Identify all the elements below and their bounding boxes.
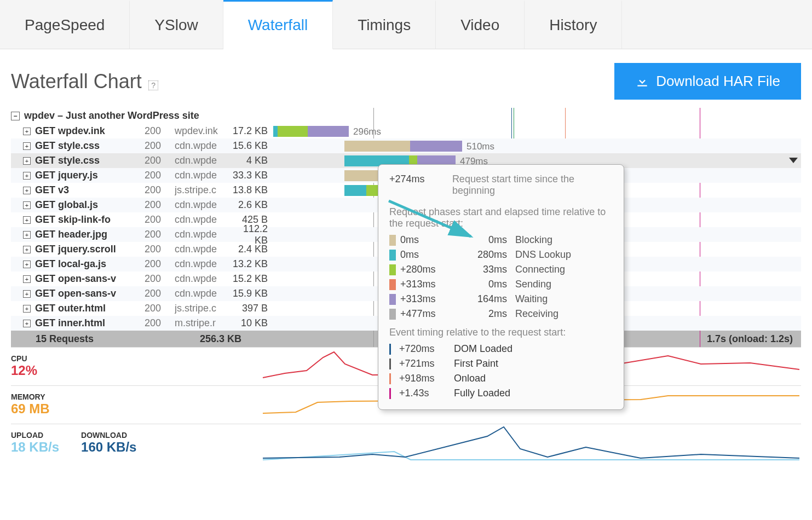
size: 17.2 KB	[232, 125, 273, 137]
expand-icon[interactable]: +	[23, 142, 31, 150]
tab-video[interactable]: Video	[436, 0, 525, 49]
phase-start: +280ms	[400, 264, 455, 275]
expand-icon[interactable]: +	[23, 201, 31, 209]
expand-icon[interactable]: +	[23, 187, 31, 194]
expand-icon[interactable]: +	[23, 216, 31, 224]
status-code: 200	[145, 273, 175, 285]
status-code: 200	[145, 199, 175, 211]
phase-swatch	[389, 294, 396, 305]
expand-icon[interactable]: +	[23, 261, 31, 268]
event-row: +720msDOM Loaded	[389, 342, 613, 356]
domain: cdn.wpde	[175, 170, 232, 181]
event-time: +1.43s	[399, 388, 454, 399]
domain: cdn.wpde	[175, 258, 232, 270]
phase-row: +280ms33msConnecting	[389, 262, 613, 277]
request-name: GET style.css	[35, 140, 145, 152]
status-code: 200	[145, 258, 175, 270]
page-title: Waterfall Chart	[11, 70, 142, 93]
request-name: GET style.css	[35, 155, 145, 166]
expand-icon[interactable]: +	[23, 305, 31, 313]
domain: cdn.wpde	[175, 140, 232, 152]
size: 13.2 KB	[232, 258, 273, 270]
expand-icon[interactable]: +	[23, 231, 31, 239]
event-time: +918ms	[399, 373, 454, 384]
phase-elapsed: 164ms	[455, 293, 515, 305]
phase-elapsed: 33ms	[455, 264, 515, 275]
domain: cdn.wpde	[175, 229, 232, 240]
status-code: 200	[145, 140, 175, 152]
domain: cdn.wpde	[175, 288, 232, 299]
request-name: GET local-ga.js	[35, 258, 145, 270]
request-name: GET open-sans-v	[35, 288, 145, 299]
summary-count: 15 Requests	[36, 333, 200, 345]
expand-icon[interactable]: +	[23, 172, 31, 180]
domain: wpdev.ink	[175, 125, 232, 137]
expand-icon[interactable]: +	[23, 275, 31, 283]
size: 33.3 KB	[232, 170, 273, 181]
event-name: First Paint	[454, 358, 498, 369]
status-code: 200	[145, 317, 175, 329]
group-title: wpdev – Just another WordPress site	[24, 110, 199, 122]
tooltip-phases-label: Request phases start and elapsed time re…	[389, 201, 613, 233]
download-har-button[interactable]: Download HAR File	[614, 63, 801, 100]
phase-swatch	[389, 235, 396, 246]
timing-bar: 510ms	[273, 141, 801, 152]
timing-tooltip: +274ms Request start time since the begi…	[378, 164, 624, 410]
tab-waterfall[interactable]: Waterfall	[223, 0, 333, 49]
download-icon	[635, 74, 649, 89]
request-name: GET skip-link-fo	[35, 214, 145, 226]
request-row[interactable]: +GET wpdev.ink200wpdev.ink17.2 KB296ms	[11, 124, 801, 138]
phase-row: 0ms280msDNS Lookup	[389, 247, 613, 262]
request-name: GET header.jpg	[35, 229, 145, 240]
upload-value: 18 KB/s	[11, 440, 59, 455]
size: 10 KB	[232, 317, 273, 329]
phase-row: +313ms164msWaiting	[389, 292, 613, 307]
request-row[interactable]: +GET style.css200cdn.wpde15.6 KB510ms	[11, 138, 801, 153]
tab-timings[interactable]: Timings	[333, 0, 436, 49]
event-swatch	[389, 344, 391, 355]
size: 15.6 KB	[232, 140, 273, 152]
request-name: GET v3	[35, 184, 145, 196]
size: 13.8 KB	[232, 184, 273, 196]
summary-timing: 1.7s (onload: 1.2s)	[707, 333, 801, 345]
tooltip-start-label: Request start time since the beginning	[452, 174, 613, 197]
size: 397 B	[232, 303, 273, 314]
download-label: DOWNLOAD	[81, 431, 136, 440]
download-value: 160 KB/s	[81, 440, 136, 455]
event-name: Onload	[454, 373, 486, 384]
phase-elapsed: 2ms	[455, 308, 515, 320]
tooltip-events-label: Event timing relative to the request sta…	[389, 321, 613, 342]
dropdown-icon[interactable]	[789, 158, 798, 163]
expand-icon[interactable]: +	[23, 128, 31, 135]
network-metric: UPLOAD 18 KB/s DOWNLOAD 160 KB/s	[11, 424, 801, 462]
size: 2.4 KB	[232, 244, 273, 255]
request-name: GET global.js	[35, 199, 145, 211]
collapse-icon[interactable]: −	[11, 112, 20, 120]
event-swatch	[389, 359, 391, 369]
tooltip-start-time: +274ms	[389, 174, 452, 197]
expand-icon[interactable]: +	[23, 290, 31, 298]
phase-start: +477ms	[400, 308, 455, 320]
tab-yslow[interactable]: YSlow	[130, 0, 223, 49]
phase-start: 0ms	[400, 234, 455, 246]
tab-history[interactable]: History	[525, 0, 622, 49]
phase-name: Sending	[515, 279, 551, 290]
help-icon[interactable]: ?	[148, 80, 158, 90]
status-code: 200	[145, 244, 175, 255]
tab-pagespeed[interactable]: PageSpeed	[0, 0, 130, 49]
upload-label: UPLOAD	[11, 431, 59, 440]
event-row: +721msFirst Paint	[389, 356, 613, 371]
event-row: +1.43sFully Loaded	[389, 386, 613, 401]
download-label: Download HAR File	[656, 73, 780, 90]
expand-icon[interactable]: +	[23, 320, 31, 327]
group-header[interactable]: − wpdev – Just another WordPress site	[11, 108, 801, 124]
status-code: 200	[145, 170, 175, 181]
event-row: +918msOnload	[389, 371, 613, 386]
expand-icon[interactable]: +	[23, 246, 31, 253]
size: 2.6 KB	[232, 199, 273, 211]
status-code: 200	[145, 125, 175, 137]
domain: cdn.wpde	[175, 155, 232, 166]
expand-icon[interactable]: +	[23, 157, 31, 165]
status-code: 200	[145, 303, 175, 314]
phase-row: +313ms0msSending	[389, 277, 613, 292]
